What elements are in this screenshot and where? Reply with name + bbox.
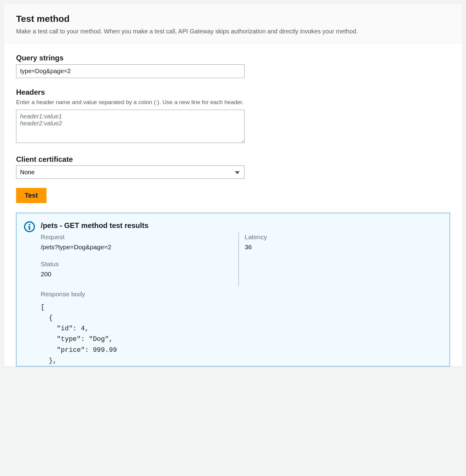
info-icon	[24, 221, 35, 233]
request-value: /pets?type=Dog&page=2	[41, 243, 232, 251]
query-strings-input[interactable]	[16, 64, 245, 78]
headers-textarea[interactable]	[16, 110, 245, 143]
card-header: Test method Make a test call to your met…	[4, 4, 462, 43]
results-col-left: Request /pets?type=Dog&page=2 Status 200	[41, 233, 238, 287]
headers-group: Headers Enter a header name and value se…	[16, 87, 450, 145]
test-button[interactable]: Test	[16, 188, 46, 203]
client-certificate-select[interactable]: None	[16, 165, 245, 179]
client-certificate-select-wrap: None	[16, 165, 245, 179]
latency-value: 36	[245, 243, 437, 251]
query-strings-label: Query strings	[16, 53, 450, 63]
results-col-right: Latency 36	[238, 233, 443, 287]
response-body-label: Response body	[41, 290, 442, 298]
status-value: 200	[41, 270, 232, 278]
query-strings-group: Query strings	[16, 53, 450, 78]
results-content: /pets - GET method test results Request …	[41, 220, 442, 366]
svg-point-2	[29, 224, 30, 226]
request-label: Request	[41, 233, 232, 241]
client-certificate-label: Client certificate	[16, 154, 450, 165]
latency-label: Latency	[245, 233, 437, 241]
test-results-panel: /pets - GET method test results Request …	[16, 213, 450, 366]
page-description: Make a test call to your method. When yo…	[16, 27, 450, 36]
card-body: Query strings Headers Enter a header nam…	[4, 43, 462, 366]
test-method-card: Test method Make a test call to your met…	[4, 4, 462, 367]
headers-label: Headers	[16, 87, 450, 97]
test-button-group: Test	[16, 188, 450, 203]
headers-hint: Enter a header name and value separated …	[16, 98, 450, 107]
results-columns: Request /pets?type=Dog&page=2 Status 200…	[41, 233, 442, 287]
results-title: /pets - GET method test results	[41, 220, 442, 231]
svg-rect-4	[28, 226, 30, 227]
status-label: Status	[41, 260, 232, 268]
client-certificate-group: Client certificate None	[16, 154, 450, 179]
response-body-content: [ { "id": 4, "type": "Dog", "price": 999…	[41, 302, 442, 366]
page-title: Test method	[16, 12, 450, 25]
